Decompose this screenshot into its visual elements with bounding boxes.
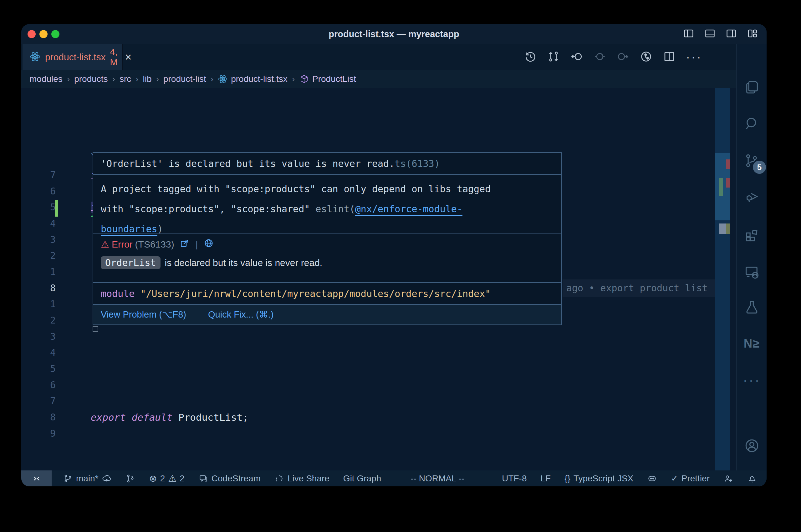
eslint-rule-link[interactable]: boundaries (101, 224, 158, 234)
eslint-rule-link[interactable]: @nx/enforce-module- (355, 204, 462, 214)
extensions-icon[interactable] (736, 218, 767, 250)
git-blame-icon[interactable] (640, 50, 653, 64)
timeline-history-icon[interactable] (524, 50, 537, 64)
breadcrumb-separator: › (112, 74, 115, 84)
error-description: is declared but its value is never read. (165, 258, 323, 268)
gutter-line-number: 2 (21, 248, 56, 264)
eslint-rule-prefix: eslint( (315, 204, 355, 214)
more-actions-icon[interactable]: ··· (686, 44, 702, 70)
breadcrumb-item-ProductList[interactable]: ProductList (299, 74, 356, 84)
vim-mode-status[interactable]: -- NORMAL -- (411, 474, 464, 483)
gutter-line-number: 2 (21, 312, 56, 328)
gitlens-inline-blame: ago • export product list … (566, 280, 713, 296)
toggle-right-sidebar-icon[interactable] (725, 27, 737, 41)
language-mode-status[interactable]: {} TypeScript JSX (564, 474, 633, 483)
breadcrumb-item-product-list[interactable]: product-list (163, 74, 206, 84)
remote-indicator[interactable] (21, 471, 52, 486)
screen: product-list.tsx — myreactapp product-li… (0, 0, 801, 532)
copilot-icon[interactable] (647, 474, 657, 483)
git-branch-status[interactable]: main* (63, 474, 112, 483)
gutter-line-number: 4 (21, 215, 56, 232)
breadcrumb-item-modules[interactable]: modules (30, 74, 62, 84)
globe-icon[interactable] (203, 238, 214, 251)
gitgraph-status[interactable]: Git Graph (343, 474, 381, 483)
test-beaker-icon[interactable] (736, 292, 767, 323)
layout-controls (683, 24, 759, 44)
eol-status[interactable]: LF (540, 474, 551, 483)
compare-changes-icon[interactable] (547, 50, 560, 64)
titlebar: product-list.tsx — myreactapp (21, 24, 767, 44)
hover-actions: View Problem (⌥F8) Quick Fix... (⌘.) (93, 304, 561, 324)
toggle-bottom-panel-icon[interactable] (704, 27, 716, 41)
account-icon[interactable] (736, 430, 767, 461)
customize-layout-icon[interactable] (747, 27, 759, 41)
codestream-status[interactable]: CodeStream (198, 474, 261, 483)
breadcrumb-separator: › (67, 74, 70, 84)
vscode-window: product-list.tsx — myreactapp product-li… (21, 24, 767, 486)
split-editor-icon[interactable] (663, 50, 676, 64)
editor-actions: ··· (524, 44, 702, 70)
breadcrumb-separator: › (211, 74, 213, 84)
warning-triangle-icon: ⚠ (101, 239, 109, 250)
eslint-diagnostic-section: A project tagged with "scope:products" c… (93, 174, 561, 233)
branch-name: main* (76, 474, 98, 483)
gutter-line-number: 5 (21, 361, 56, 377)
overview-warning-mark (726, 224, 730, 234)
activity-bar: 5 N≥ ··· ⚙ 1 (736, 44, 767, 471)
separator: | (196, 239, 198, 250)
debug-icon[interactable] (736, 181, 767, 212)
next-change-disabled-icon (616, 50, 630, 64)
search-icon[interactable] (736, 108, 767, 139)
tab-product-list[interactable]: product-list.tsx 4, M × (22, 44, 123, 70)
tab-close-icon[interactable]: × (125, 52, 132, 63)
breadcrumb-item-src[interactable]: src (120, 74, 131, 84)
breadcrumb-item-lib[interactable]: lib (143, 74, 152, 84)
open-previous-change-icon[interactable] (570, 50, 583, 64)
feedback-icon[interactable] (723, 474, 733, 483)
liveshare-status[interactable]: Live Share (274, 474, 329, 483)
cube-icon (299, 74, 309, 84)
symbol-chip: OrderList (101, 256, 161, 269)
breadcrumb-item-product-list.tsx[interactable]: product-list.tsx (218, 74, 288, 84)
view-problem-action[interactable]: View Problem (⌥F8) (101, 309, 186, 320)
error-detail-section: ⚠ Error (TS6133) | OrderList is declared… (93, 233, 561, 282)
popup-resize-grip[interactable] (93, 326, 98, 331)
gutter-line-number: 7 (21, 393, 56, 409)
open-error-docs-icon[interactable] (179, 238, 190, 251)
breadcrumb-separator: › (135, 74, 138, 84)
quick-fix-action[interactable]: Quick Fix... (⌘.) (208, 309, 273, 320)
code-line[interactable]: export default ProductList; (91, 409, 249, 425)
window-title: product-list.tsx — myreactapp (21, 24, 767, 44)
react-icon (218, 74, 228, 84)
overview-error-mark (726, 178, 730, 188)
vertical-scrollbar-track[interactable] (715, 88, 730, 471)
module-keyword: module (101, 288, 134, 299)
problems-status[interactable]: ⊗ 2 ⚠ 2 (149, 473, 185, 484)
gitlens-compare-icon[interactable] (126, 474, 135, 483)
module-path-section: module "/Users/juri/nrwl/content/myreact… (93, 282, 561, 304)
status-bar: main* ⊗ 2 ⚠ 2 CodeStream (21, 471, 767, 486)
encoding-status[interactable]: UTF-8 (502, 474, 527, 483)
source-control-icon[interactable]: 5 (736, 145, 767, 176)
explorer-icon[interactable] (736, 72, 767, 103)
notifications-bell-icon[interactable] (747, 474, 757, 483)
breadcrumb-separator: › (292, 74, 295, 84)
gutter-line-number: 6 (21, 377, 56, 393)
toggle-left-sidebar-icon[interactable] (683, 27, 695, 41)
breadcrumb-item-products[interactable]: products (74, 74, 108, 84)
module-path: "/Users/juri/nrwl/content/myreactapp/mod… (140, 288, 491, 299)
braces-icon: {} (564, 474, 570, 483)
cloud-upload-icon (102, 474, 112, 483)
error-label: Error (112, 239, 133, 250)
gutter-line-number: 8 (21, 409, 56, 425)
gutter-line-number-current: 8 (21, 280, 56, 296)
gutter-line-number: 9 (21, 425, 56, 442)
gutter-line-number: 1 (21, 296, 56, 312)
eslint-message-line2: with "scope:products", "scope:shared" es… (101, 199, 554, 219)
prettier-status[interactable]: ✓ Prettier (671, 473, 710, 483)
nx-console-icon[interactable]: N≥ (736, 328, 767, 359)
more-views-icon[interactable]: ··· (736, 364, 767, 396)
overview-added-mark (719, 178, 723, 196)
error-hover-popup: 'OrderList' is declared but its value is… (93, 152, 562, 325)
remote-explorer-icon[interactable] (736, 256, 767, 288)
